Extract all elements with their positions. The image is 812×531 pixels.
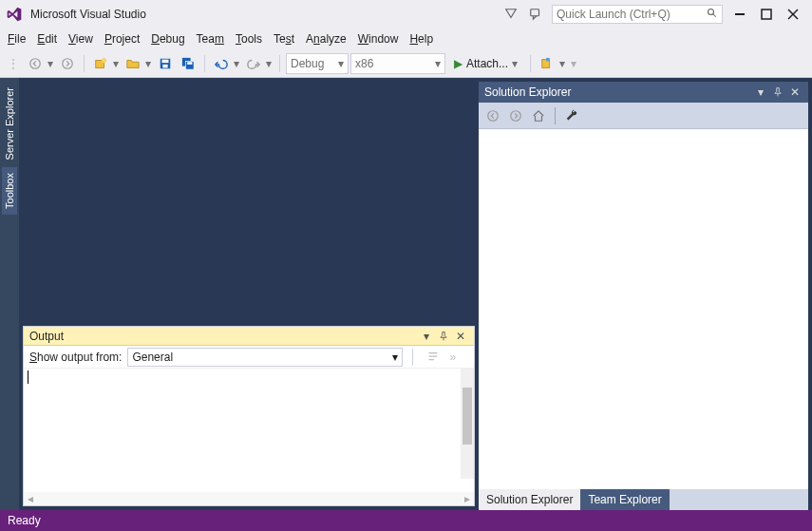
center-column: Output ▾ ✕ Show output from: General ▾ » [19,78,479,510]
window-position-icon[interactable]: ▾ [419,329,434,344]
overflow-icon[interactable]: ▾ [571,57,576,70]
output-toolbar: Show output from: General ▾ » [24,346,474,369]
status-text: Ready [8,514,41,527]
minimize-button[interactable] [728,3,751,26]
play-icon: ▶ [454,57,463,70]
notifications-icon[interactable] [502,6,519,23]
output-text-area[interactable] [24,369,474,492]
output-title-bar[interactable]: Output ▾ ✕ [24,327,474,346]
open-file-button[interactable]: ▾ [123,53,153,74]
chevron-down-icon: ▾ [111,53,121,74]
svg-rect-16 [187,62,192,65]
solution-config-combo[interactable]: Debug ▾ [286,53,349,74]
solution-platform-combo[interactable]: x86 ▾ [350,53,445,74]
horizontal-scrollbar[interactable]: ◂ ▸ [24,492,474,505]
tab-toolbox[interactable]: Toolbox [2,167,17,215]
find-in-files-button[interactable]: ▾ [537,53,567,74]
undo-button[interactable]: ▾ [211,53,241,74]
svg-point-10 [102,57,106,62]
text-cursor [28,370,28,384]
home-icon[interactable] [530,107,547,124]
new-project-button[interactable]: ▾ [90,53,121,74]
quick-launch-field[interactable] [557,8,707,21]
menu-file[interactable]: File [8,32,26,46]
menu-team[interactable]: Team [197,32,224,46]
status-bar: Ready [0,510,812,531]
show-output-from-label: Show output from: [29,351,122,364]
find-message-button[interactable] [423,347,444,368]
quick-launch-input[interactable] [552,5,723,24]
svg-point-1 [708,9,714,14]
svg-point-7 [30,58,41,68]
output-pane: Output ▾ ✕ Show output from: General ▾ » [23,326,475,506]
chevron-down-icon: ▾ [338,57,344,70]
combo-label: Debug [291,57,332,70]
menu-analyze[interactable]: Analyze [306,32,347,46]
close-icon[interactable]: ✕ [453,329,468,344]
left-dock-tabs: Server Explorer Toolbox [0,78,19,510]
menu-bar: File Edit View Project Debug Team Tools … [0,28,812,49]
menu-window[interactable]: Window [358,32,399,46]
menu-debug[interactable]: Debug [151,32,184,46]
close-button[interactable] [782,3,804,26]
solution-tree[interactable] [479,129,808,489]
menu-edit[interactable]: Edit [37,32,57,46]
back-icon[interactable] [484,107,501,124]
vertical-scrollbar[interactable] [461,369,474,479]
tab-server-explorer[interactable]: Server Explorer [2,82,17,165]
chevron-down-icon: ▾ [46,53,55,74]
chevron-down-icon: ▾ [143,53,153,74]
vs-logo-icon [6,6,23,23]
menu-tools[interactable]: Tools [236,32,262,46]
window-position-icon[interactable]: ▾ [753,85,768,100]
solution-explorer-toolbar [479,103,808,129]
toolbar-grip-icon: ⋮ [8,57,19,70]
svg-rect-0 [531,9,539,16]
standard-toolbar: ⋮ ▾ ▾ ▾ ▾ ▾ Debug ▾ x86 ▾ ▶ Attach... ▾ … [0,49,812,78]
start-label: Attach... [466,57,508,70]
chevron-down-icon: ▾ [435,57,441,70]
save-button[interactable] [155,53,176,74]
svg-rect-18 [546,57,550,61]
pin-icon[interactable] [770,85,785,100]
menu-help[interactable]: Help [409,32,433,46]
scroll-thumb[interactable] [463,388,472,445]
properties-icon[interactable] [563,107,580,124]
chevron-down-icon: ▾ [512,57,518,70]
redo-button[interactable]: ▾ [243,53,274,74]
menu-test[interactable]: Test [274,32,294,46]
maximize-button[interactable] [755,3,778,26]
solution-explorer-header[interactable]: Solution Explorer ▾ ✕ [479,82,808,103]
app-title: Microsoft Visual Studio [30,8,146,21]
menu-project[interactable]: Project [104,32,140,46]
output-title: Output [29,330,417,343]
feedback-icon[interactable] [527,6,544,23]
scroll-right-icon[interactable]: ▸ [464,492,470,505]
tab-solution-explorer[interactable]: Solution Explorer [479,489,580,510]
chevron-down-icon: ▾ [392,351,398,364]
forward-icon[interactable] [507,107,524,124]
pin-icon[interactable] [436,329,451,344]
search-icon [707,8,718,22]
svg-point-19 [488,110,499,121]
svg-point-8 [63,58,73,68]
chevron-down-icon: ▾ [557,53,567,74]
nav-back-button[interactable]: ▾ [25,53,55,74]
svg-rect-12 [162,59,169,63]
start-debug-button[interactable]: ▶ Attach... ▾ [447,53,524,74]
solution-explorer-tabs: Solution Explorer Team Explorer [479,489,808,510]
main-area: Server Explorer Toolbox Output ▾ ✕ Show … [0,78,812,510]
title-bar: Microsoft Visual Studio [0,0,812,28]
close-icon[interactable]: ✕ [787,85,803,100]
menu-view[interactable]: View [68,32,93,46]
tab-team-explorer[interactable]: Team Explorer [580,489,669,510]
chevron-down-icon: ▾ [264,53,274,74]
nav-forward-button[interactable] [57,53,78,74]
output-source-combo[interactable]: General ▾ [127,348,403,367]
overflow-icon[interactable]: » [449,351,456,364]
combo-label: x86 [355,57,429,70]
scroll-left-icon[interactable]: ◂ [28,492,33,505]
editor-area [19,78,479,322]
save-all-button[interactable] [178,53,198,74]
svg-rect-13 [162,64,167,67]
